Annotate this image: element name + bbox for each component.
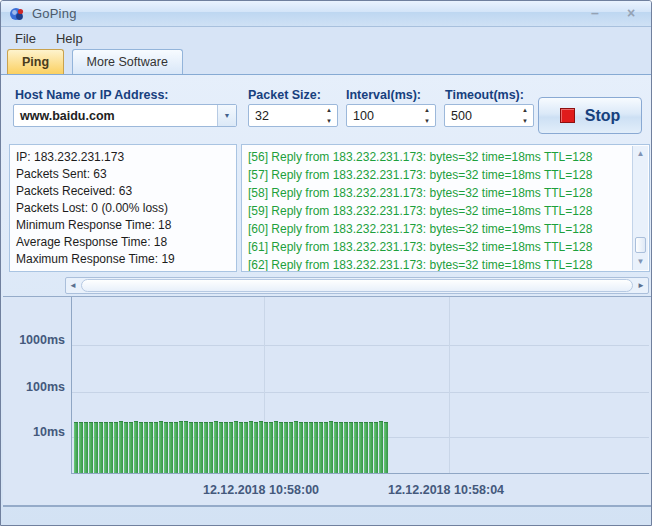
arrow-up-icon: ▲	[424, 107, 430, 113]
stats-line: Packets Sent: 63	[16, 166, 230, 183]
host-label: Host Name or IP Address:	[15, 88, 169, 102]
response-bar	[304, 422, 308, 474]
response-bar	[164, 422, 168, 474]
timeout-input[interactable]: 500	[445, 109, 517, 123]
stop-button[interactable]: Stop	[538, 97, 642, 134]
log-line: [62] Reply from 183.232.231.173: bytes=3…	[248, 256, 629, 272]
interval-down-button[interactable]: ▼	[419, 116, 435, 127]
timeout-down-button[interactable]: ▼	[517, 116, 533, 127]
arrow-right-icon: ►	[637, 281, 645, 290]
packet-size-down-button[interactable]: ▼	[321, 116, 337, 127]
goping-app-icon	[9, 6, 25, 22]
chevron-down-icon: ▼	[224, 112, 231, 119]
timeout-label: Timeout(ms):	[445, 88, 524, 102]
response-bar	[189, 422, 193, 474]
stats-line: Packets Lost: 0 (0.00% loss)	[16, 200, 230, 217]
scroll-left-button[interactable]: ◄	[66, 278, 80, 293]
response-time-chart: 1000ms 100ms 10ms 12.12.2018 10:58:00 12…	[3, 296, 651, 507]
minimize-button[interactable]: –	[583, 5, 607, 23]
host-input[interactable]: www.baidu.com	[14, 109, 217, 123]
response-bar	[234, 421, 238, 474]
timeout-stepper[interactable]: 500 ▲ ▼	[444, 104, 534, 127]
arrow-up-icon: ▲	[637, 149, 645, 158]
tab-more-software[interactable]: More Software	[72, 49, 183, 74]
response-bar	[209, 422, 213, 474]
interval-up-button[interactable]: ▲	[419, 105, 435, 116]
packet-size-stepper[interactable]: 32 ▲ ▼	[248, 104, 338, 127]
response-bar	[294, 421, 298, 474]
response-bar	[264, 422, 268, 474]
chart-scrollbar[interactable]: ◄ ►	[65, 277, 649, 294]
response-bar	[299, 422, 303, 474]
stats-line: IP: 183.232.231.173	[16, 149, 230, 166]
arrow-down-icon: ▼	[522, 118, 528, 124]
response-bar	[79, 422, 83, 474]
log-scroll-thumb[interactable]	[635, 237, 646, 253]
response-bar	[84, 422, 88, 474]
response-bar	[354, 422, 358, 474]
ytick-100ms: 100ms	[3, 380, 65, 394]
log-line: [61] Reply from 183.232.231.173: bytes=3…	[248, 238, 629, 256]
response-bar	[284, 422, 288, 474]
response-bar	[174, 422, 178, 474]
response-bar	[139, 422, 143, 474]
chart-plot-area	[71, 297, 649, 474]
stats-line: Maximum Response Time: 19	[16, 251, 230, 268]
goping-window: GoPing – × File Help Ping More Software …	[0, 0, 652, 526]
log-scrollbar[interactable]: ▲ ▼	[632, 146, 648, 270]
response-bar	[269, 422, 273, 474]
timeout-up-button[interactable]: ▲	[517, 105, 533, 116]
response-bar	[114, 422, 118, 474]
response-bar	[204, 422, 208, 474]
log-line: [58] Reply from 183.232.231.173: bytes=3…	[248, 184, 629, 202]
stats-panel: IP: 183.232.231.173Packets Sent: 63Packe…	[9, 144, 237, 272]
packet-size-up-button[interactable]: ▲	[321, 105, 337, 116]
arrow-down-icon: ▼	[637, 257, 645, 266]
chart-bars	[74, 421, 389, 474]
response-bar	[324, 422, 328, 474]
response-bar	[149, 422, 153, 474]
menu-bar: File Help	[1, 27, 651, 49]
response-bar	[224, 422, 228, 474]
title-bar: GoPing – ×	[1, 1, 651, 27]
interval-stepper[interactable]: 100 ▲ ▼	[346, 104, 436, 127]
response-bar	[369, 422, 373, 474]
chart-scroll-thumb[interactable]	[81, 279, 633, 292]
response-bar	[94, 422, 98, 474]
menu-item-help[interactable]: Help	[46, 29, 93, 48]
menu-item-file[interactable]: File	[5, 29, 46, 48]
response-bar	[124, 422, 128, 474]
response-bar	[184, 421, 188, 474]
response-bar	[289, 422, 293, 474]
host-combobox[interactable]: www.baidu.com ▼	[13, 104, 237, 127]
tab-strip: Ping More Software	[1, 49, 651, 75]
window-title: GoPing	[32, 6, 77, 21]
packet-size-input[interactable]: 32	[249, 109, 321, 123]
log-line: [60] Reply from 183.232.231.173: bytes=3…	[248, 220, 629, 238]
ping-log-panel[interactable]: [56] Reply from 183.232.231.173: bytes=3…	[241, 144, 650, 272]
xtick-time-2: 12.12.2018 10:58:04	[388, 483, 504, 497]
arrow-left-icon: ◄	[69, 281, 77, 290]
gridline-time-2	[449, 297, 450, 473]
response-bar	[319, 422, 323, 474]
response-bar	[219, 422, 223, 474]
response-bar	[144, 422, 148, 474]
scroll-right-button[interactable]: ►	[634, 278, 648, 293]
response-bar	[129, 422, 133, 474]
scroll-up-button[interactable]: ▲	[633, 147, 648, 161]
scroll-down-button[interactable]: ▼	[633, 255, 648, 269]
response-bar	[314, 422, 318, 474]
tab-ping[interactable]: Ping	[7, 49, 64, 74]
interval-input[interactable]: 100	[347, 109, 419, 123]
response-bar	[344, 422, 348, 474]
response-bar	[334, 422, 338, 474]
response-bar	[249, 421, 253, 474]
host-dropdown-button[interactable]: ▼	[217, 105, 236, 126]
response-bar	[239, 422, 243, 474]
response-bar	[214, 421, 218, 474]
response-bar	[329, 421, 333, 474]
close-button[interactable]: ×	[619, 5, 643, 23]
response-bar	[99, 422, 103, 474]
stop-button-label: Stop	[585, 107, 621, 125]
stats-line: Minimum Response Time: 18	[16, 217, 230, 234]
